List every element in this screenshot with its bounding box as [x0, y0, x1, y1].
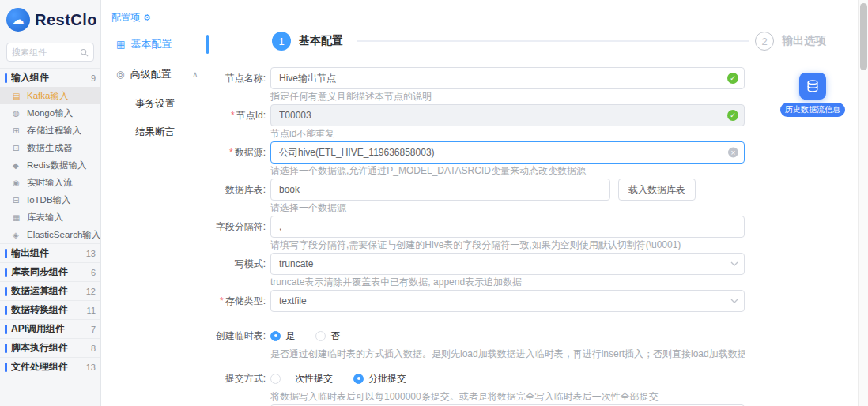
section-label: 数据运算组件	[11, 284, 83, 298]
section-accent-bar	[5, 344, 7, 353]
load-tables-button[interactable]: 载入数据库表	[618, 179, 696, 201]
step-connector-line	[357, 40, 749, 42]
radio-temp-table-no[interactable]: 否	[315, 329, 340, 343]
form-row-node-name: 节点名称: ✓ 指定任何有意义且能描述本节点的说明	[210, 67, 858, 102]
history-dataflow-widget[interactable]: 历史数据流信息	[780, 73, 845, 117]
history-dataflow-icon[interactable]	[799, 73, 826, 100]
section-label: 输入组件	[11, 71, 88, 85]
component-search-box[interactable]	[6, 43, 94, 62]
radio-temp-table-yes[interactable]: 是	[270, 329, 295, 343]
sidebar-item-label: 数据生成器	[27, 142, 73, 154]
section-accent-bar	[5, 325, 7, 334]
create-temp-table-help: 是否通过创建临时表的方式插入数据。是则先load加载数据进入临时表，再进行ins…	[270, 348, 745, 359]
sidebar-section-data-transform-components[interactable]: 数据转换组件 11	[0, 300, 100, 319]
section-accent-bar	[5, 268, 7, 277]
active-tab-indicator	[206, 35, 209, 54]
radio-commit-batch[interactable]: 分批提交	[353, 372, 406, 385]
datasource-select[interactable]	[270, 141, 745, 164]
radio-option-label: 是	[285, 329, 295, 343]
storage-type-select[interactable]	[270, 290, 745, 312]
sidebar-section-api-call-components[interactable]: API调用组件 7	[0, 319, 100, 338]
history-dataflow-label: 历史数据流信息	[780, 103, 845, 117]
sidebar-section-table-sync-components[interactable]: 库表同步组件 6	[0, 262, 100, 281]
sidebar-item-table-input[interactable]: ▦ 库表输入	[0, 209, 100, 226]
database-table-label: 数据库表:	[210, 179, 270, 213]
basic-config-form: 节点名称: ✓ 指定任何有意义且能描述本节点的说明 *节点Id: ✓	[210, 67, 858, 406]
config-sub-label: 事务设置	[135, 97, 175, 111]
radio-option-label: 一次性提交	[285, 372, 333, 385]
write-mode-select[interactable]	[270, 253, 745, 275]
mongo-icon: ◍	[13, 109, 23, 118]
config-sub-transaction-settings[interactable]: 事务设置	[102, 89, 209, 118]
sidebar-item-label: 存储过程输入	[27, 125, 81, 137]
node-id-help: 节点id不能重复	[270, 128, 745, 139]
storage-type-label: *存储类型:	[210, 290, 270, 312]
commit-mode-radio-group: 一次性提交 分批提交	[270, 367, 745, 389]
step-1-label: 基本配置	[299, 34, 343, 48]
vertical-scrollbar[interactable]	[858, 0, 868, 406]
section-count-badge: 6	[91, 268, 96, 277]
scrollbar-thumb[interactable]	[860, 3, 867, 70]
node-name-help: 指定任何有意义且能描述本节点的说明	[270, 91, 745, 102]
main-content: 1 基本配置 2 输出选项 节点名称: ✓ 指定任何有意义且能描述本节点的说明	[210, 0, 858, 406]
radio-selected-icon	[270, 331, 281, 341]
app-logo: ☁ RestClo	[0, 0, 100, 39]
sidebar-item-iotdb-input[interactable]: ⊟ IoTDB输入	[0, 191, 100, 209]
node-id-input	[270, 104, 745, 126]
field-delimiter-label: 字段分隔符:	[210, 216, 270, 250]
section-accent-bar	[5, 363, 7, 372]
field-delimiter-help: 请填写字段分隔符,需要保证与创建的Hive表的字段分隔符一致,如果为空则使用默认…	[270, 239, 745, 250]
sidebar-item-label: Redis数据输入	[27, 160, 86, 171]
sidebar-section-data-compute-components[interactable]: 数据运算组件 12	[0, 281, 100, 300]
field-label-text: 字段分隔符:	[216, 221, 266, 232]
section-count-badge: 7	[91, 325, 96, 334]
chevron-down-icon	[730, 261, 738, 266]
sidebar-section-file-process-components[interactable]: 文件处理组件 13	[0, 357, 100, 376]
success-check-icon: ✓	[727, 110, 738, 121]
write-mode-label: 写模式:	[210, 253, 270, 288]
sidebar-section-input-components[interactable]: 输入组件 9	[0, 68, 100, 87]
config-panel-title-text: 配置项	[111, 11, 140, 24]
clear-icon[interactable]: ×	[728, 148, 738, 158]
field-label-text: 数据库表:	[225, 184, 266, 195]
gear-icon[interactable]: ⚙	[143, 13, 151, 23]
section-label: 输出组件	[11, 246, 83, 260]
config-panel: 配置项 ⚙ ▦ 基本配置 ◎ 高级配置 ∧ 事务设置 结果断言	[102, 0, 209, 406]
kafka-icon: ▤	[13, 92, 23, 100]
sidebar-item-kafka-input[interactable]: ▤ Kafka输入	[0, 87, 100, 104]
sidebar-item-mongo-input[interactable]: ◍ Mongo输入	[0, 104, 100, 122]
section-label: 数据转换组件	[11, 303, 84, 317]
cloud-logo-icon: ☁	[6, 8, 30, 32]
node-name-label: 节点名称:	[210, 67, 270, 102]
sidebar-item-label: ElasticSearch输入	[27, 229, 100, 241]
step-2-label: 输出选项	[782, 34, 826, 48]
radio-commit-once[interactable]: 一次性提交	[270, 372, 333, 385]
database-table-help: 请选择一个数据源	[270, 202, 745, 213]
sidebar-item-stored-procedure-input[interactable]: ⊞ 存储过程输入	[0, 122, 100, 139]
step-1-circle: 1	[272, 32, 291, 51]
config-tab-basic[interactable]: ▦ 基本配置	[102, 29, 209, 59]
stored-procedure-icon: ⊞	[13, 126, 23, 135]
component-search-input[interactable]	[12, 47, 80, 57]
sidebar-section-output-components[interactable]: 输出组件 13	[0, 243, 100, 262]
radio-selected-icon	[353, 374, 364, 384]
config-sub-result-assertion[interactable]: 结果断言	[102, 118, 209, 146]
node-id-label: *节点Id:	[210, 104, 270, 139]
node-name-input[interactable]	[270, 67, 745, 89]
field-label-text: 存储类型:	[225, 295, 266, 306]
sidebar-item-realtime-stream-input[interactable]: ◉ 实时输入流	[0, 174, 100, 191]
sidebar-item-data-generator[interactable]: ⊡ 数据生成器	[0, 139, 100, 156]
sidebar-item-elasticsearch-input[interactable]: ◈ ElasticSearch输入	[0, 226, 100, 243]
config-tab-label: 基本配置	[130, 37, 172, 51]
sidebar-section-script-exec-components[interactable]: 脚本执行组件 8	[0, 338, 100, 357]
sidebar-item-redis-input[interactable]: ◆ Redis数据输入	[0, 156, 100, 174]
config-tab-advanced[interactable]: ◎ 高级配置 ∧	[102, 59, 209, 89]
database-table-input[interactable]	[270, 179, 610, 201]
redis-icon: ◆	[13, 161, 23, 170]
table-input-icon: ▦	[13, 213, 23, 222]
radio-unselected-icon	[270, 374, 281, 384]
component-sidebar: ☁ RestClo 输入组件 9 ▤ Kafka输入 ◍ Mongo输入 ⊞ 存…	[0, 0, 101, 406]
section-count-badge: 9	[91, 73, 96, 83]
required-asterisk: *	[229, 147, 233, 158]
field-delimiter-input[interactable]	[270, 216, 745, 238]
